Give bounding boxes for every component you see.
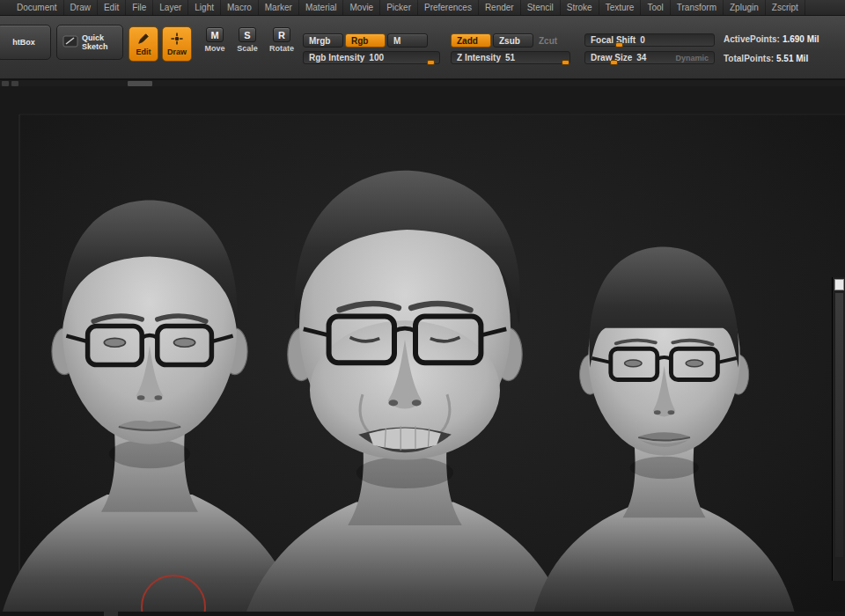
draw-size-slider[interactable]: Draw Size 34 Dynamic: [584, 51, 715, 64]
menu-item-movie[interactable]: Movie: [343, 0, 380, 15]
menu-item-tool[interactable]: Tool: [641, 0, 670, 15]
menu-item-picker[interactable]: Picker: [380, 0, 418, 15]
menu-item-file[interactable]: File: [126, 0, 153, 15]
bottom-tray-handle[interactable]: [104, 612, 118, 616]
menu-item-stroke[interactable]: Stroke: [561, 0, 599, 15]
active-points-label: ActivePoints:: [724, 34, 780, 44]
draw-size-handle[interactable]: [610, 60, 618, 65]
rgb-button[interactable]: Rgb: [345, 33, 386, 48]
scale-label: Scale: [237, 44, 258, 53]
draw-button[interactable]: Draw: [162, 26, 192, 62]
draw-crosshair-icon: [171, 33, 183, 47]
quick-sketch-button[interactable]: Quick Sketch: [56, 25, 123, 60]
tray-scroll-thumb[interactable]: [834, 279, 844, 290]
sketch-icon: [62, 35, 78, 49]
total-points-value: 5.51 Mil: [776, 54, 808, 63]
rgb-intensity-label: Rgb Intensity: [309, 53, 364, 62]
m-button[interactable]: M: [387, 33, 428, 48]
scale-button[interactable]: S Scale: [231, 27, 263, 53]
zcut-label: Zcut: [539, 36, 557, 46]
lightbox-label: htBox: [12, 38, 35, 47]
sculpt-viewport: [0, 86, 845, 616]
active-points-stat: ActivePoints:1.690 Mil: [724, 34, 819, 44]
z-intensity-label: Z Intensity: [457, 53, 501, 62]
menu-item-zscript[interactable]: Zscript: [766, 0, 805, 15]
lightbox-button[interactable]: htBox: [0, 25, 51, 60]
top-shelf: htBox Quick Sketch Edit Draw M Move S: [0, 16, 845, 79]
draw-size-value: 34: [636, 53, 646, 62]
tray-scroll-track[interactable]: [835, 293, 843, 557]
zadd-button[interactable]: Zadd: [451, 33, 491, 48]
draw-label: Draw: [167, 48, 187, 56]
document-canvas[interactable]: [0, 86, 845, 616]
menu-item-marker[interactable]: Marker: [259, 0, 299, 15]
draw-size-dynamic-label: Dynamic: [675, 54, 709, 62]
focal-shift-label: Focal Shift: [591, 35, 636, 45]
scale-icon: S: [239, 27, 256, 42]
active-points-value: 1.690 Mil: [783, 34, 819, 44]
menu-bar: Document Draw Edit File Layer Light Macr…: [0, 0, 845, 16]
rotate-icon: R: [273, 27, 290, 42]
focal-shift-value: 0: [640, 35, 645, 45]
mrgb-button[interactable]: Mrgb: [303, 33, 343, 48]
menu-item-material[interactable]: Material: [299, 0, 344, 15]
total-points-stat: TotalPoints:5.51 Mil: [724, 54, 808, 63]
rgb-intensity-slider[interactable]: Rgb Intensity 100: [303, 51, 440, 64]
bottom-tray-strip: [0, 612, 845, 616]
focal-shift-slider[interactable]: Focal Shift 0: [584, 33, 715, 47]
menu-item-macro[interactable]: Macro: [221, 0, 259, 15]
menu-item-stencil[interactable]: Stencil: [521, 0, 561, 15]
menu-item-zplugin[interactable]: Zplugin: [724, 0, 766, 15]
tray-divider-strip: [0, 79, 845, 86]
rgb-intensity-value: 100: [369, 53, 384, 62]
edit-label: Edit: [136, 48, 151, 56]
zadd-label: Zadd: [457, 36, 478, 46]
rotate-label: Rotate: [269, 44, 294, 53]
focal-shift-handle[interactable]: [615, 42, 623, 48]
rgb-label: Rgb: [351, 36, 368, 46]
move-label: Move: [204, 44, 224, 53]
zcut-button[interactable]: Zcut: [539, 33, 557, 48]
menu-item-texture[interactable]: Texture: [599, 0, 642, 15]
z-intensity-slider[interactable]: Z Intensity 51: [451, 51, 570, 64]
menu-item-light[interactable]: Light: [188, 0, 221, 15]
menu-item-draw[interactable]: Draw: [64, 0, 98, 15]
edit-pen-icon: [137, 33, 150, 47]
mrgb-label: Mrgb: [309, 36, 330, 46]
m-label: M: [393, 36, 400, 46]
z-intensity-value: 51: [505, 53, 515, 62]
z-intensity-handle[interactable]: [562, 60, 569, 65]
quick-sketch-label: Quick Sketch: [82, 33, 117, 51]
zsub-button[interactable]: Zsub: [493, 33, 533, 48]
rgb-intensity-handle[interactable]: [427, 60, 435, 65]
move-icon: M: [206, 27, 224, 42]
menu-item-preferences[interactable]: Preferences: [418, 0, 479, 15]
edit-button[interactable]: Edit: [129, 26, 158, 62]
menu-item-layer[interactable]: Layer: [153, 0, 188, 15]
move-button[interactable]: M Move: [199, 27, 231, 53]
rotate-button[interactable]: R Rotate: [266, 27, 298, 53]
menu-item-render[interactable]: Render: [479, 0, 521, 15]
total-points-label: TotalPoints:: [724, 54, 774, 63]
menu-item-document[interactable]: Document: [11, 0, 64, 15]
zsub-label: Zsub: [499, 36, 520, 46]
menu-item-edit[interactable]: Edit: [98, 0, 126, 15]
right-tray-divider[interactable]: [832, 277, 845, 581]
zbrush-window: Document Draw Edit File Layer Light Macr…: [0, 0, 845, 616]
menu-item-transform[interactable]: Transform: [671, 0, 724, 15]
